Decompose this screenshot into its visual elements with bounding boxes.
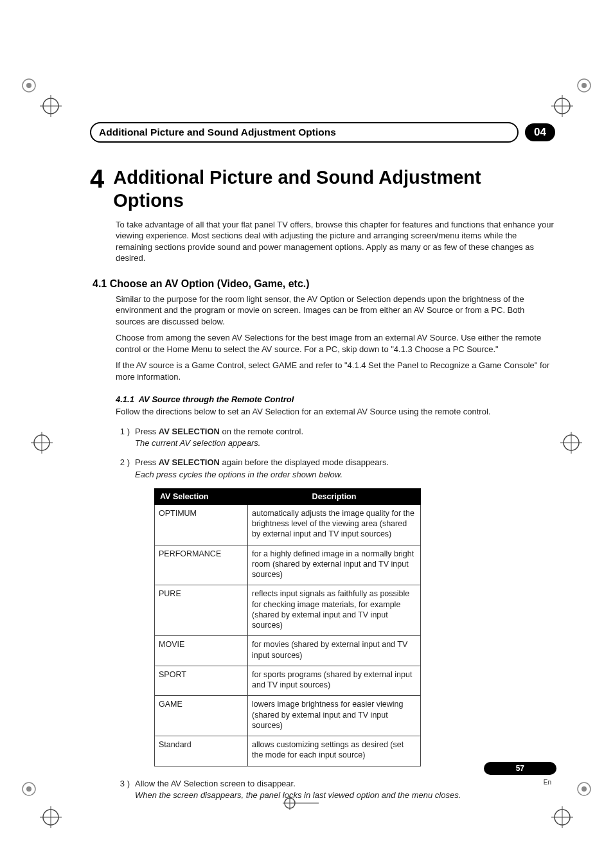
print-mark-icon	[551, 95, 573, 117]
cell-selection: MOVIE	[155, 636, 248, 666]
print-mark-icon	[551, 806, 573, 828]
subsection-heading: 4.1.1 AV Source through the Remote Contr…	[116, 394, 555, 404]
svg-point-25	[582, 786, 587, 792]
section-heading: 4.1 Choose an AV Option (Video, Game, et…	[93, 278, 555, 290]
step-number: 1 )	[116, 426, 130, 449]
print-mark-icon	[576, 781, 592, 797]
table-header-description: Description	[248, 488, 421, 504]
print-mark-icon	[21, 781, 37, 797]
subsection-lead: Follow the directions below to set an AV…	[116, 406, 555, 418]
print-mark-icon	[40, 806, 62, 828]
step-item: 2 ) Press AV SELECTION again before the …	[116, 457, 555, 480]
section-para-3: If the AV source is a Game Control, sele…	[116, 360, 555, 382]
subsection-number: 4.1.1	[116, 394, 134, 404]
svg-point-1	[26, 83, 31, 88]
section-para-1: Similar to the purpose for the room ligh…	[116, 294, 555, 328]
step-number: 3 )	[116, 778, 130, 801]
step-content: Press AV SELECTION again before the disp…	[135, 457, 389, 480]
step-number: 2 )	[116, 457, 130, 480]
section-number: 4.1	[93, 278, 107, 289]
running-title: Additional Picture and Sound Adjustment …	[90, 122, 519, 143]
step-item: 1 ) Press AV SELECTION on the remote con…	[116, 426, 555, 449]
page-number-badge: 57	[484, 762, 556, 775]
step-list: 1 ) Press AV SELECTION on the remote con…	[116, 426, 555, 481]
cell-selection: PURE	[155, 585, 248, 636]
cell-description: lowers image brightness for easier viewi…	[248, 696, 421, 736]
page-language: En	[544, 779, 551, 786]
subsection-title: AV Source through the Remote Control	[139, 394, 294, 404]
section-title: Choose an AV Option (Video, Game, etc.)	[110, 278, 310, 289]
cell-selection: Standard	[155, 736, 248, 766]
step-item: 3 ) Allow the AV Selection screen to dis…	[116, 778, 555, 801]
page-content: Additional Picture and Sound Adjustment …	[90, 122, 555, 809]
cell-selection: SPORT	[155, 666, 248, 696]
svg-point-20	[26, 786, 31, 792]
cell-selection: PERFORMANCE	[155, 545, 248, 585]
av-selection-table: AV Selection Description OPTIMUMautomati…	[154, 488, 421, 766]
table-row: SPORTfor sports programs (shared by exte…	[155, 666, 421, 696]
table-row: MOVIEfor movies (shared by external inpu…	[155, 636, 421, 666]
cell-selection: OPTIMUM	[155, 504, 248, 545]
print-mark-icon	[31, 432, 53, 454]
cell-selection: GAME	[155, 696, 248, 736]
cell-description: for sports programs (shared by external …	[248, 666, 421, 696]
cell-description: for movies (shared by external input and…	[248, 636, 421, 666]
table-row: OPTIMUMautomatically adjusts the image q…	[155, 504, 421, 545]
chapter-number: 4	[90, 166, 104, 191]
table-row: Standardallows customizing settings as d…	[155, 736, 421, 766]
table-row: PERFORMANCEfor a highly defined image in…	[155, 545, 421, 585]
table-row: PUREreflects input signals as faithfully…	[155, 585, 421, 636]
table-header-selection: AV Selection	[155, 488, 248, 504]
running-header: Additional Picture and Sound Adjustment …	[90, 122, 555, 143]
cell-description: automatically adjusts the image quality …	[248, 504, 421, 545]
print-mark-icon	[576, 77, 592, 94]
chapter-badge: 04	[525, 123, 555, 141]
svg-point-6	[582, 83, 587, 88]
chapter-heading: 4 Additional Picture and Sound Adjustmen…	[90, 166, 555, 213]
step-content: Press AV SELECTION on the remote control…	[135, 426, 303, 449]
print-mark-icon	[21, 77, 37, 94]
print-mark-icon	[560, 432, 582, 454]
cell-description: reflects input signals as faithfully as …	[248, 585, 421, 636]
section-para-2: Choose from among the seven AV Selection…	[116, 332, 555, 355]
step-content: Allow the AV Selection screen to disappe…	[135, 778, 461, 801]
print-mark-icon	[40, 95, 62, 117]
step-list-cont: 3 ) Allow the AV Selection screen to dis…	[116, 778, 555, 801]
table-row: GAMElowers image brightness for easier v…	[155, 696, 421, 736]
cell-description: for a highly defined image in a normally…	[248, 545, 421, 585]
chapter-intro: To take advantage of all that your flat …	[116, 219, 555, 264]
chapter-title-text: Additional Picture and Sound Adjustment …	[113, 166, 555, 213]
cell-description: allows customizing settings as desired (…	[248, 736, 421, 766]
